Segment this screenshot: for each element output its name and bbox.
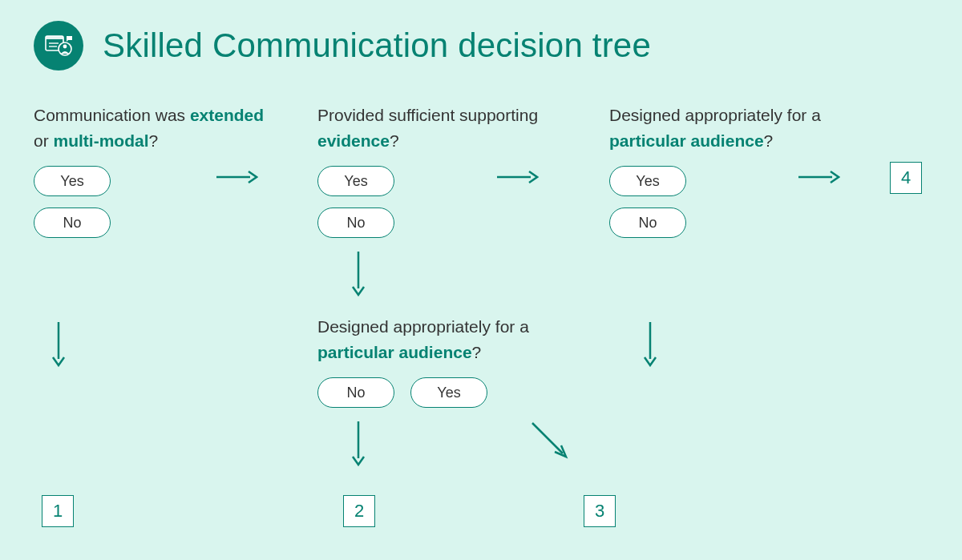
question-audience-mid: Designed appropriately for a particular … <box>317 314 566 408</box>
svg-point-5 <box>63 45 67 49</box>
arrow-diagonal-icon <box>527 418 576 466</box>
q1-yes-button[interactable]: Yes <box>34 166 111 196</box>
arrow-down-icon <box>350 420 367 466</box>
arrow-down-icon <box>350 250 367 296</box>
q3-no-button[interactable]: No <box>609 207 686 238</box>
result-3: 3 <box>584 495 616 527</box>
question-text: Designed appropriately for a particular … <box>317 314 566 365</box>
communication-icon <box>34 21 83 71</box>
result-2: 2 <box>343 495 375 527</box>
result-4: 4 <box>890 162 922 194</box>
arrow-down-icon <box>641 320 659 367</box>
arrow-right-icon <box>215 168 258 186</box>
svg-line-13 <box>532 423 563 453</box>
page-title: Skilled Communication decision tree <box>103 26 651 65</box>
arrow-right-icon <box>495 168 539 186</box>
q2-no-button[interactable]: No <box>317 207 394 238</box>
svg-rect-1 <box>46 36 63 39</box>
result-1: 1 <box>42 495 74 527</box>
arrow-down-icon <box>50 320 67 367</box>
question-text: Communication was extended or multi-moda… <box>34 103 274 153</box>
question-text: Designed appropriately for a particular … <box>609 103 858 153</box>
q1-no-button[interactable]: No <box>34 207 111 238</box>
arrow-right-icon <box>797 168 840 186</box>
question-text: Provided sufficient supporting evidence? <box>317 103 558 153</box>
header: Skilled Communication decision tree <box>0 0 962 71</box>
q2-yes-button[interactable]: Yes <box>317 166 394 196</box>
q3-yes-button[interactable]: Yes <box>609 166 686 196</box>
q4-no-button[interactable]: No <box>317 377 394 408</box>
q4-yes-button[interactable]: Yes <box>410 377 487 408</box>
